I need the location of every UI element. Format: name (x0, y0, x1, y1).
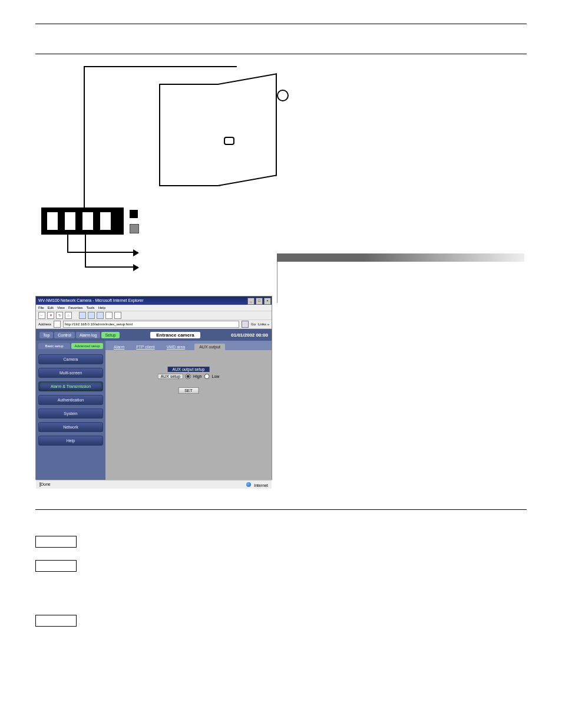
step-box-3 (35, 615, 77, 627)
aux-high-label: High (193, 374, 201, 378)
window-max-button[interactable]: □ (256, 298, 263, 305)
go-label: Go (251, 322, 256, 326)
step-box-1 (35, 536, 77, 548)
aux-radio-high[interactable] (186, 374, 191, 379)
menu-tools[interactable]: Tools (87, 305, 95, 311)
sidebar-alarm-transmission[interactable]: Alarm & Transmission (38, 381, 103, 391)
camera-title: Entrance camera (150, 332, 200, 338)
status-left-text: Done (41, 482, 51, 486)
sidebar-camera[interactable]: Camera (38, 354, 103, 364)
aux-low-label: Low (212, 374, 220, 378)
favorites-icon[interactable] (88, 312, 95, 319)
back-icon[interactable] (38, 312, 45, 319)
wire-vertical (84, 66, 85, 213)
door-handle (224, 137, 234, 145)
links-label[interactable]: Links » (258, 322, 269, 326)
sidebar-multiscreen[interactable]: Multi-screen (38, 368, 103, 378)
legend-square-black (130, 210, 138, 218)
wiring-illustration (35, 66, 330, 278)
tab-alarm[interactable]: Alarm (111, 344, 127, 350)
app-topbar: Top Control Alarm log Setup Entrance cam… (36, 329, 272, 341)
sidetab-basic[interactable]: Basic setup (38, 343, 70, 349)
app-body: Basic setup Advanced setup Camera Multi-… (36, 341, 272, 480)
terminal-2 (64, 211, 77, 231)
toptab-control[interactable]: Control (54, 332, 75, 338)
tab-ftp-client[interactable]: FTP client (134, 344, 157, 350)
note-box (277, 262, 525, 303)
address-input[interactable]: http://192.168.0.10/admin/index_setup.ht… (63, 321, 239, 328)
menu-edit[interactable]: Edit (48, 305, 54, 311)
set-button[interactable]: SET (178, 387, 199, 394)
wire-down-2 (85, 235, 86, 266)
browser-screenshot: WV-NM100 Network Camera - Microsoft Inte… (35, 296, 272, 480)
status-right-text: Internet (254, 483, 268, 487)
sidebar: Basic setup Advanced setup Camera Multi-… (36, 341, 105, 480)
door-sensor-icon (277, 90, 289, 101)
menubar: File Edit View Favorites Tools Help (36, 305, 272, 311)
terminal-block (41, 207, 124, 235)
note-heading-gradient (277, 253, 524, 262)
page-icon (54, 321, 61, 328)
aux-output-panel: AUX output setup AUX setup High Low SET (105, 350, 272, 480)
window-close-button[interactable]: × (264, 298, 271, 305)
step-box-2 (35, 560, 77, 572)
address-bar: Address http://192.168.0.10/admin/index_… (36, 320, 272, 329)
arrow-out-2 (85, 266, 138, 268)
home-icon[interactable] (65, 312, 72, 319)
go-button[interactable] (242, 321, 249, 328)
sidebar-authentication[interactable]: Authentication (38, 395, 103, 405)
sidebar-network[interactable]: Network (38, 422, 103, 432)
tab-aux-output[interactable]: AUX output (194, 344, 225, 350)
window-min-button[interactable]: _ (247, 298, 254, 305)
door-drawing (159, 84, 277, 196)
tab-vmd-area[interactable]: VMD area (164, 344, 188, 350)
panel-heading: AUX output setup (168, 367, 210, 372)
section-rule-1 (35, 54, 527, 54)
browser-status-bar: Done Internet (36, 480, 272, 489)
sidetab-advanced[interactable]: Advanced setup (71, 343, 103, 349)
history-icon[interactable] (97, 312, 104, 319)
address-label: Address (38, 322, 51, 326)
terminal-4 (99, 211, 112, 231)
terminal-3 (81, 211, 94, 231)
window-titlebar: WV-NM100 Network Camera - Microsoft Inte… (36, 297, 272, 305)
legend-square-grey (130, 224, 139, 233)
camera-datetime: 01/01/2002 00:00 (231, 332, 268, 338)
wire-horizontal (84, 66, 237, 67)
search-icon[interactable] (79, 312, 86, 319)
door-frame (159, 84, 220, 186)
sidebar-system[interactable]: System (38, 409, 103, 419)
menu-help[interactable]: Help (98, 305, 105, 311)
browser-toolbar (36, 311, 272, 320)
menu-favorites[interactable]: Favorites (68, 305, 83, 311)
terminal-1 (46, 211, 59, 231)
mail-icon[interactable] (105, 312, 113, 319)
toptab-setup[interactable]: Setup (101, 332, 119, 338)
refresh-icon[interactable] (56, 312, 63, 319)
window-title: WV-NM100 Network Camera - Microsoft Inte… (38, 297, 144, 305)
main-tabs: Alarm FTP client VMD area AUX output (105, 341, 272, 350)
toptab-alarmlog[interactable]: Alarm log (76, 332, 101, 338)
menu-file[interactable]: File (38, 305, 44, 311)
toptab-top[interactable]: Top (39, 332, 53, 338)
globe-icon (246, 482, 251, 487)
print-icon[interactable] (114, 312, 121, 319)
door-leaf (218, 73, 277, 186)
menu-view[interactable]: View (57, 305, 65, 311)
wire-down-1 (67, 235, 68, 252)
arrow-out-1 (67, 252, 138, 253)
aux-radio-low[interactable] (204, 374, 210, 379)
aux-setup-label: AUX setup (158, 374, 183, 379)
sidebar-help[interactable]: Help (38, 436, 103, 446)
stop-icon[interactable] (47, 312, 54, 319)
